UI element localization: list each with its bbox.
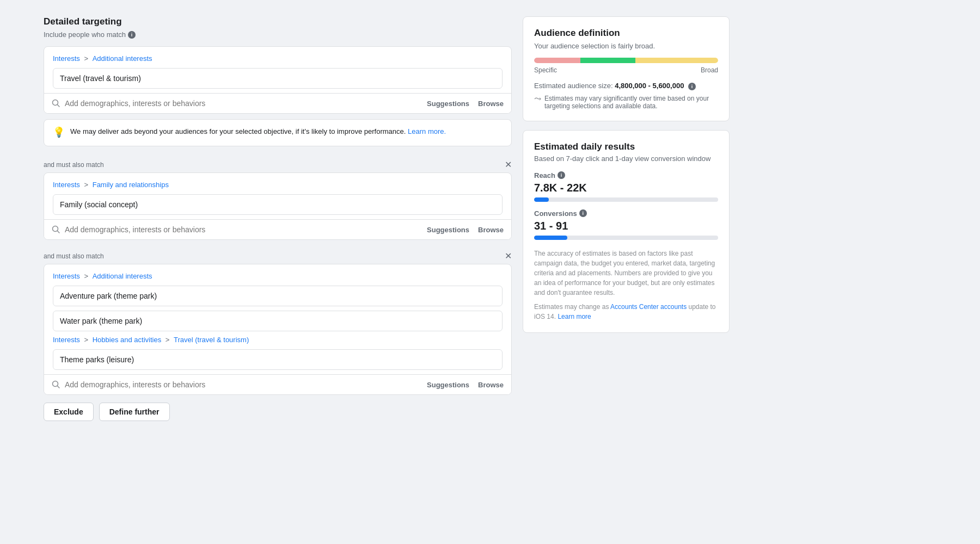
- include-info-icon[interactable]: i: [128, 31, 136, 39]
- close-block-3[interactable]: ✕: [505, 252, 512, 261]
- audience-bar: [534, 58, 718, 63]
- svg-line-1: [58, 105, 60, 107]
- search-bar-2: Suggestions Browse: [44, 219, 511, 239]
- right-panel: Audience definition Your audience select…: [523, 16, 730, 421]
- search-input-1[interactable]: [65, 99, 422, 108]
- suggestions-link-1[interactable]: Suggestions: [427, 100, 469, 108]
- accounts-center-link[interactable]: Accounts Center accounts: [610, 303, 687, 311]
- daily-results-card: Estimated daily results Based on 7-day c…: [523, 130, 730, 333]
- tag-family: Family (social concept): [53, 194, 503, 215]
- search-input-2[interactable]: [65, 225, 422, 234]
- notice-learn-more[interactable]: Learn more.: [408, 127, 446, 135]
- bottom-buttons: Exclude Define further: [44, 403, 512, 421]
- breadcrumb-3a: Interests > Additional interests: [53, 272, 503, 280]
- breadcrumb-interests-3a[interactable]: Interests: [53, 272, 80, 280]
- conversions-label: Conversions i: [534, 209, 718, 218]
- broad-label: Broad: [701, 66, 718, 74]
- audience-bar-specific: [534, 58, 580, 63]
- breadcrumb-hobbies[interactable]: Hobbies and activities: [93, 336, 161, 344]
- tag-travel: Travel (travel & tourism): [53, 68, 503, 89]
- reach-bar-fill: [534, 197, 549, 202]
- breadcrumb-2: Interests > Family and relationships: [53, 181, 503, 189]
- search-icon-1: [52, 99, 60, 108]
- exclude-button[interactable]: Exclude: [44, 403, 94, 421]
- breadcrumb-additional-interests-3[interactable]: Additional interests: [93, 272, 152, 280]
- breadcrumb-3b: Interests > Hobbies and activities > Tra…: [53, 336, 503, 344]
- search-input-3[interactable]: [65, 380, 422, 389]
- daily-results-title: Estimated daily results: [534, 141, 718, 152]
- browse-link-1[interactable]: Browse: [478, 100, 504, 108]
- breadcrumb-travel-tourism[interactable]: Travel (travel & tourism): [174, 336, 249, 344]
- svg-line-3: [58, 231, 60, 233]
- trend-icon: ⤳: [534, 94, 541, 104]
- and-must-match-label-1: and must also match: [44, 161, 104, 169]
- svg-line-5: [58, 386, 60, 388]
- search-bar-1: Suggestions Browse: [44, 93, 511, 113]
- audience-size-text: Estimated audience size: 4,800,000 - 5,6…: [534, 82, 718, 90]
- conversions-value: 31 - 91: [534, 220, 718, 232]
- conv-bar-bg: [534, 236, 718, 240]
- search-icon-3: [52, 380, 60, 389]
- breadcrumb-interests-2[interactable]: Interests: [53, 181, 80, 189]
- notice-text: We may deliver ads beyond your audiences…: [70, 127, 406, 135]
- targeting-block-3: Interests > Additional interests Adventu…: [44, 264, 512, 395]
- tag-adventure-park: Adventure park (theme park): [53, 286, 503, 306]
- breadcrumb-1: Interests > Additional interests: [53, 54, 503, 63]
- include-label-text: Include people who match: [44, 30, 126, 39]
- reach-bar-bg: [534, 197, 718, 202]
- breadcrumb-interests-1[interactable]: Interests: [53, 54, 80, 63]
- browse-link-3[interactable]: Browse: [478, 381, 504, 389]
- close-block-2[interactable]: ✕: [505, 160, 512, 169]
- bar-labels: Specific Broad: [534, 66, 718, 74]
- conversions-info-icon[interactable]: i: [579, 209, 587, 217]
- estimates-notice: ⤳ Estimates may vary significantly over …: [534, 95, 718, 110]
- audience-bar-broad: [635, 58, 718, 63]
- tag-theme-parks: Theme parks (leisure): [53, 349, 503, 370]
- define-further-button[interactable]: Define further: [99, 403, 170, 421]
- breadcrumb-additional-interests-1[interactable]: Additional interests: [93, 54, 152, 63]
- specific-label: Specific: [534, 66, 557, 74]
- breadcrumb-family-relationships[interactable]: Family and relationships: [93, 181, 169, 189]
- and-must-match-label-2: and must also match: [44, 252, 104, 260]
- browse-link-2[interactable]: Browse: [478, 226, 504, 234]
- audience-bar-active: [580, 58, 635, 63]
- audience-definition-title: Audience definition: [534, 28, 718, 39]
- tag-water-park: Water park (theme park): [53, 311, 503, 331]
- audience-info-icon[interactable]: i: [688, 83, 696, 90]
- section-title: Detailed targeting: [44, 16, 512, 27]
- reach-info-icon[interactable]: i: [558, 171, 565, 179]
- targeting-block-1: Interests > Additional interests Travel …: [44, 46, 512, 114]
- estimates-notice-text: Estimates may vary significantly over ti…: [544, 95, 718, 110]
- suggestions-link-3[interactable]: Suggestions: [427, 381, 469, 389]
- bulb-icon: 💡: [53, 126, 65, 138]
- and-match-header-1: and must also match ✕: [44, 154, 512, 172]
- targeting-block-2: Interests > Family and relationships Fam…: [44, 172, 512, 240]
- suggestions-link-2[interactable]: Suggestions: [427, 226, 469, 234]
- breadcrumb-interests-3b[interactable]: Interests: [53, 336, 80, 344]
- audience-definition-subtitle: Your audience selection is fairly broad.: [534, 42, 718, 50]
- conv-bar-fill: [534, 236, 567, 240]
- search-icon-2: [52, 225, 60, 234]
- and-match-header-2: and must also match ✕: [44, 245, 512, 264]
- accuracy-notice-2: Estimates may change as Accounts Center …: [534, 302, 718, 322]
- audience-size-value: 4,800,000 - 5,600,000: [615, 82, 684, 90]
- reach-value: 7.8K - 22K: [534, 182, 718, 194]
- search-bar-3: Suggestions Browse: [44, 374, 511, 394]
- reach-label: Reach i: [534, 171, 718, 180]
- notice-box: 💡 We may deliver ads beyond your audienc…: [44, 119, 512, 146]
- accuracy-notice: The accuracy of estimates is based on fa…: [534, 249, 718, 298]
- daily-results-subtitle: Based on 7-day click and 1-day view conv…: [534, 154, 718, 163]
- audience-definition-card: Audience definition Your audience select…: [523, 16, 730, 121]
- learn-more-link[interactable]: Learn more: [558, 313, 591, 320]
